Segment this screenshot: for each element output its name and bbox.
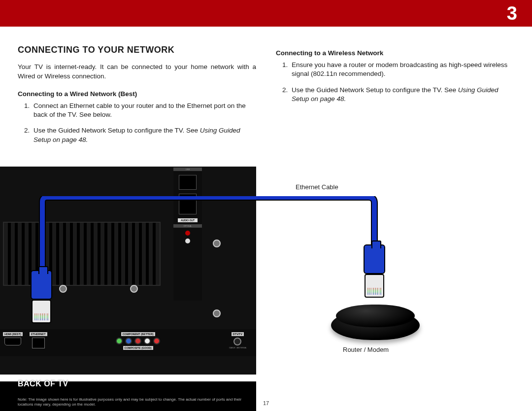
wireless-step-2: Use the Guided Network Setup to configur… — [290, 86, 514, 103]
page-number: 3 — [507, 3, 517, 24]
side-port-strip: USB AUDIO OUT OPTICAL — [173, 168, 202, 301]
screw-icon — [213, 309, 221, 317]
wireless-step-1: Ensure you have a router or modem broadc… — [290, 61, 514, 78]
connection-diagram: USB AUDIO OUT OPTICAL HDMI (BEST) ETHERN… — [0, 167, 532, 408]
wired-heading: Connecting to a Wired Network (Best) — [18, 90, 256, 99]
page-footer-number: 17 — [263, 400, 269, 406]
component-group: COMPONENT (BETTER) COMPOSITE (GOOD) — [54, 332, 222, 351]
audio-jack-red — [185, 231, 190, 236]
section-title: CONNECTING TO YOUR NETWORK — [18, 44, 256, 56]
composite-label: COMPOSITE (GOOD) — [123, 346, 153, 350]
dtv-group: DTV/TV CABLE / ANTENNA — [229, 332, 246, 349]
ethernet-port — [32, 338, 45, 348]
rca-l — [144, 338, 151, 344]
content-columns: CONNECTING TO YOUR NETWORK Your TV is in… — [0, 27, 532, 151]
rca-y — [116, 338, 123, 344]
rca-r — [153, 338, 160, 344]
usb-label: USB — [173, 168, 202, 171]
optical-label: OPTICAL — [173, 224, 202, 228]
rj45-plug-router — [364, 244, 385, 298]
audio-jack-white — [185, 239, 190, 243]
rj45-plug-tv — [31, 270, 52, 323]
wired-steps: Connect an Ethernet cable to your router… — [18, 102, 256, 144]
hdmi-group: HDMI (BEST) — [3, 332, 23, 345]
hdmi-label: HDMI (BEST) — [3, 332, 23, 336]
router-label: Router / Modem — [343, 346, 389, 353]
header-bar: 3 — [0, 0, 532, 27]
component-label: COMPONENT (BETTER) — [121, 332, 155, 336]
ethernet-cable-label: Ethernet Cable — [296, 183, 338, 191]
screw-icon — [59, 285, 67, 293]
component-rca-row — [116, 338, 160, 344]
bottom-port-row: HDMI (BEST) ETHERNET COMPONENT (BETTER) — [0, 329, 256, 356]
wireless-steps: Ensure you have a router or modem broadc… — [276, 61, 514, 103]
wireless-step-2-text: Use the Guided Network Setup to configur… — [292, 86, 458, 94]
screw-icon — [213, 240, 221, 247]
right-column: Connecting to a Wireless Network Ensure … — [276, 44, 514, 151]
coax-port — [233, 338, 241, 345]
back-of-tv-label: BACK OF TV — [18, 379, 68, 388]
screw-icon — [130, 285, 138, 293]
tv-vent-grille — [3, 222, 161, 286]
usb-port — [179, 175, 197, 190]
rca-pb — [125, 338, 132, 344]
intro-text: Your TV is internet-ready. It can be con… — [18, 63, 256, 80]
diagram-note: Note: The image shown here is for illust… — [18, 397, 249, 407]
ethernet-label: ETHERNET — [30, 332, 47, 336]
rca-pr — [134, 338, 141, 344]
wireless-heading: Connecting to a Wireless Network — [276, 49, 514, 58]
audio-out-label: AUDIO OUT — [178, 218, 198, 222]
dtv-label: DTV/TV — [232, 332, 244, 336]
ethernet-group: ETHERNET — [30, 332, 47, 348]
hdmi-side-port — [179, 194, 197, 214]
left-column: CONNECTING TO YOUR NETWORK Your TV is in… — [18, 44, 256, 151]
wired-step-2-text: Use the Guided Network Setup to configur… — [33, 127, 200, 134]
router-device — [331, 305, 420, 341]
wired-step-1: Connect an Ethernet cable to your router… — [32, 102, 256, 119]
hdmi-port — [4, 338, 21, 345]
wired-step-2: Use the Guided Network Setup to configur… — [32, 126, 256, 144]
coax-label: CABLE / ANTENNA — [229, 346, 246, 349]
